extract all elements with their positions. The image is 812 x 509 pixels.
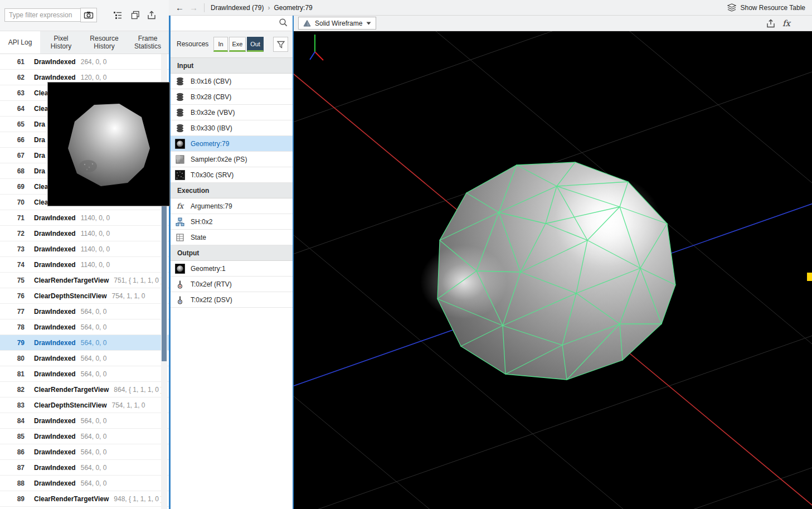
event-args: 1140, 0, 0 <box>81 261 110 269</box>
event-number: 80 <box>0 355 25 362</box>
execution-header-label: Execution <box>177 187 209 195</box>
fx-icon: fx <box>782 18 790 28</box>
api-event-row[interactable]: 89 ClearRenderTargetView 948, { 1, 1, 1,… <box>0 491 169 507</box>
shader-icon <box>175 217 185 227</box>
resource-label: Sampler:0x2e (PS) <box>191 156 247 163</box>
resource-row-srv-texture[interactable]: T:0x30c (SRV) <box>171 167 293 183</box>
resource-row-geometry-1[interactable]: Geometry:1 <box>171 261 293 277</box>
breadcrumb-resource[interactable]: Geometry:79 <box>274 4 312 12</box>
tab-api-log[interactable]: API Log <box>0 31 40 54</box>
viewport-export-button[interactable] <box>764 17 777 30</box>
breadcrumb-event[interactable]: DrawIndexed (79) <box>211 4 264 12</box>
event-args: 564, 0, 0 <box>81 433 107 440</box>
copy-events-button[interactable] <box>127 8 144 22</box>
resource-row-state[interactable]: State <box>171 230 293 245</box>
resource-filter-button[interactable] <box>273 37 288 52</box>
event-args: 564, 0, 0 <box>81 370 107 378</box>
export-icon <box>147 10 157 20</box>
event-name: DrawIndexed <box>34 448 76 456</box>
resource-label: Geometry:1 <box>191 265 226 273</box>
api-event-row[interactable]: 87 DrawIndexed 564, 0, 0 <box>0 460 169 476</box>
back-button[interactable]: ← <box>176 3 184 12</box>
edge-marker <box>807 273 812 281</box>
resources-header: Resources In Exe Out <box>171 31 293 58</box>
resource-row-geometry-79[interactable]: Geometry:79 <box>171 136 293 152</box>
resource-search-button[interactable] <box>277 17 289 29</box>
geometry-3d-viewport[interactable] <box>294 31 812 509</box>
api-event-row[interactable]: 77 DrawIndexed 564, 0, 0 <box>0 304 169 319</box>
event-args: 751, { 1, 1, 1, 0 } <box>114 277 163 284</box>
api-event-row[interactable]: 83 ClearDepthStencilView 754, 1, 1, 0 <box>0 397 169 413</box>
resource-row-dsv[interactable]: T:0x2f2 (DSV) <box>171 292 293 308</box>
tree-view-button[interactable] <box>109 8 126 22</box>
api-event-row[interactable]: 72 DrawIndexed 1140, 0, 0 <box>0 226 169 241</box>
viewport-fx-button[interactable]: fx <box>780 17 793 30</box>
event-name: Clea <box>34 105 48 113</box>
api-event-row[interactable]: 61 DrawIndexed 264, 0, 0 <box>0 54 169 70</box>
scrollbar-thumb[interactable] <box>162 206 167 361</box>
event-name: Clea <box>34 198 48 206</box>
event-name: DrawIndexed <box>34 355 76 362</box>
filter-in-button[interactable]: In <box>213 37 228 52</box>
api-log-tabs: API Log Pixel History Resource History F… <box>0 31 169 54</box>
tab-resource-history[interactable]: Resource History <box>82 31 127 54</box>
resources-title: Resources <box>177 40 208 48</box>
resource-row-rtv[interactable]: T:0x2ef (RTV) <box>171 277 293 292</box>
tab-pixel-history[interactable]: Pixel History <box>40 31 82 54</box>
api-event-row[interactable]: 78 DrawIndexed 564, 0, 0 <box>0 319 169 335</box>
navigation-bar: ← → DrawIndexed (79) › Geometry:79 Show … <box>169 0 812 16</box>
resource-row-sampler[interactable]: Sampler:0x2e (PS) <box>171 152 293 167</box>
api-event-row[interactable]: 76 ClearDepthStencilView 754, 1, 1, 0 <box>0 288 169 304</box>
api-event-row[interactable]: 73 DrawIndexed 1140, 0, 0 <box>0 241 169 257</box>
event-args: 564, 0, 0 <box>81 479 107 487</box>
resource-row-arguments[interactable]: fx Arguments:79 <box>171 198 293 214</box>
filter-expression-input[interactable] <box>4 8 85 22</box>
event-name: Dra <box>34 152 45 159</box>
api-event-row[interactable]: 85 DrawIndexed 564, 0, 0 <box>0 429 169 444</box>
api-event-row[interactable]: 71 DrawIndexed 1140, 0, 0 <box>0 210 169 226</box>
geometry-thumbnail-icon <box>175 264 185 274</box>
api-event-row[interactable]: 74 DrawIndexed 1140, 0, 0 <box>0 257 169 273</box>
resource-label: T:0x2ef (RTV) <box>191 280 232 288</box>
capture-camera-button[interactable] <box>80 8 97 22</box>
resource-row-ibv-0x330[interactable]: B:0x330 (IBV) <box>171 120 293 136</box>
api-event-row[interactable]: 75 ClearRenderTargetView 751, { 1, 1, 1,… <box>0 273 169 288</box>
resource-row-cbv-0x28[interactable]: B:0x28 (CBV) <box>171 89 293 105</box>
buffer-icon <box>175 108 185 118</box>
api-event-row[interactable]: 82 ClearRenderTargetView 864, { 1, 1, 1,… <box>0 382 169 397</box>
breadcrumb-separator: › <box>268 4 270 12</box>
event-name: DrawIndexed <box>34 417 76 425</box>
event-name: DrawIndexed <box>34 339 76 347</box>
render-mode-dropdown[interactable]: Solid Wireframe <box>298 17 376 30</box>
api-event-row[interactable]: 80 DrawIndexed 564, 0, 0 <box>0 351 169 366</box>
event-number: 87 <box>0 464 25 472</box>
event-number: 83 <box>0 401 25 409</box>
event-number: 64 <box>0 105 25 113</box>
event-number: 76 <box>0 292 25 300</box>
event-number: 79 <box>0 339 25 347</box>
event-number: 69 <box>0 183 25 191</box>
event-name: ClearRenderTargetView <box>34 277 109 284</box>
api-event-row[interactable]: 84 DrawIndexed 564, 0, 0 <box>0 413 169 429</box>
api-event-row[interactable]: 86 DrawIndexed 564, 0, 0 <box>0 444 169 460</box>
geometry-scene <box>294 31 812 509</box>
api-event-row[interactable]: 79 DrawIndexed 564, 0, 0 <box>0 335 169 351</box>
event-args: 564, 0, 0 <box>81 339 107 347</box>
api-event-row[interactable]: 81 DrawIndexed 564, 0, 0 <box>0 366 169 382</box>
tab-frame-statistics[interactable]: Frame Statistics <box>127 31 169 54</box>
resource-row-cbv-0x16[interactable]: B:0x16 (CBV) <box>171 74 293 89</box>
event-number: 65 <box>0 120 25 128</box>
forward-button[interactable]: → <box>189 3 198 12</box>
api-event-row[interactable]: 88 DrawIndexed 564, 0, 0 <box>0 476 169 491</box>
camera-icon <box>84 10 94 20</box>
filter-exe-button[interactable]: Exe <box>229 37 246 52</box>
filter-out-button[interactable]: Out <box>247 37 264 52</box>
export-log-button[interactable] <box>143 8 160 22</box>
event-name: DrawIndexed <box>34 323 76 331</box>
show-resource-table-button[interactable]: Show Resource Table <box>727 3 805 12</box>
resource-row-shader[interactable]: SH:0x2 <box>171 214 293 230</box>
event-name: Dra <box>34 167 45 175</box>
render-mode-label: Solid Wireframe <box>315 20 362 27</box>
resource-row-vbv-0x32e[interactable]: B:0x32e (VBV) <box>171 105 293 120</box>
resources-panel: Resources In Exe Out Input B:0x16 (CBV) … <box>169 16 294 509</box>
